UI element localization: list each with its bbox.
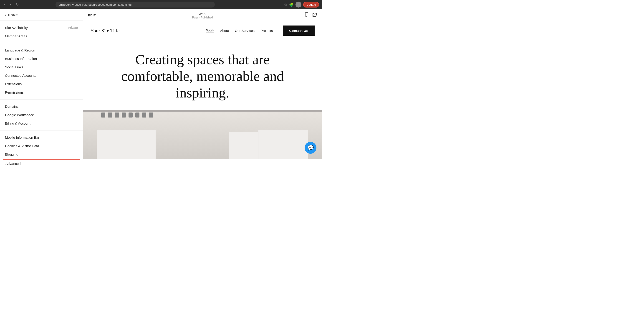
sidebar-item-label: Cookies & Visitor Data (5, 144, 39, 148)
sidebar-item-label: Extensions (5, 82, 22, 86)
sidebar-section-1: Site Availability Private Member Areas (0, 21, 83, 43)
sidebar-home[interactable]: ‹ HOME (0, 9, 83, 21)
back-arrow-icon: ‹ (5, 13, 6, 17)
bookmark-icon[interactable]: ☆ (284, 3, 287, 7)
sidebar-item-label: Mobile Information Bar (5, 135, 39, 139)
curtain-hook (149, 112, 153, 117)
forward-button[interactable]: › (8, 2, 12, 7)
curtain-hook (128, 112, 132, 117)
back-button[interactable]: ‹ (3, 2, 6, 7)
hero-title: Creating spaces that are comfortable, me… (120, 51, 284, 101)
website-nav-links: Work About Our Services Projects Contact… (206, 26, 314, 36)
sidebar-item-google-workspace[interactable]: Google Workspace (0, 111, 83, 119)
svg-line-2 (314, 13, 316, 16)
curtain-hook (108, 112, 112, 117)
sidebar-section-4: Mobile Information Bar Cookies & Visitor… (0, 130, 83, 165)
nav-link-work[interactable]: Work (206, 28, 214, 33)
site-availability-value: Private (68, 26, 78, 30)
blind-panel-right (258, 130, 308, 159)
sidebar-item-blogging[interactable]: Blogging (0, 150, 83, 158)
address-bar[interactable] (56, 2, 215, 8)
curtain-hook (142, 112, 146, 117)
sidebar-item-domains[interactable]: Domains (0, 102, 83, 111)
reload-button[interactable]: ↻ (14, 2, 20, 7)
blind-panel-left (97, 130, 156, 159)
chat-icon: 💬 (308, 145, 314, 151)
curtain-hook (115, 112, 119, 117)
website-logo: Your Site Title (90, 28, 206, 34)
sidebar-item-mobile-information-bar[interactable]: Mobile Information Bar (0, 133, 83, 142)
contact-us-button[interactable]: Contact Us (283, 26, 314, 36)
sidebar-item-label: Business Information (5, 57, 37, 61)
mobile-view-button[interactable] (304, 12, 309, 19)
home-label: HOME (8, 14, 18, 17)
website-hero: Creating spaces that are comfortable, me… (83, 39, 322, 110)
sidebar-item-label: Advanced (6, 162, 21, 165)
sidebar-item-extensions[interactable]: Extensions (0, 80, 83, 88)
sidebar-item-billing-account[interactable]: Billing & Account (0, 119, 83, 127)
curtain-hook (122, 112, 126, 117)
browser-right-controls: ☆ 🧩 Update (284, 2, 319, 8)
nav-link-about[interactable]: About (220, 29, 229, 33)
website-image-section: 💬 (83, 110, 322, 159)
sidebar-item-label: Billing & Account (5, 121, 30, 125)
preview-area: EDIT Work Page · Published (83, 9, 322, 165)
sidebar-section-2: Language & Region Business Information S… (0, 43, 83, 99)
curtain-hook (135, 112, 140, 117)
sidebar-item-social-links[interactable]: Social Links (0, 63, 83, 71)
sidebar-item-connected-accounts[interactable]: Connected Accounts (0, 71, 83, 80)
edit-button[interactable]: EDIT (88, 14, 96, 17)
preview-toolbar-right (304, 12, 317, 19)
sidebar-section-3: Domains Google Workspace Billing & Accou… (0, 99, 83, 130)
sidebar-item-label: Social Links (5, 65, 23, 69)
curtain-rod (83, 110, 322, 112)
sidebar-item-site-availability[interactable]: Site Availability Private (0, 24, 83, 32)
preview-page-sub: Page · Published (192, 16, 213, 19)
sidebar-item-label: Google Workspace (5, 113, 34, 117)
preview-page-title: Work (192, 12, 213, 16)
nav-link-projects[interactable]: Projects (260, 29, 273, 33)
sidebar-item-label: Permissions (5, 90, 24, 94)
sidebar-item-advanced[interactable]: Advanced (3, 159, 80, 165)
curtain-hook (101, 112, 105, 117)
avatar (296, 2, 302, 8)
sidebar-item-label: Language & Region (5, 48, 35, 52)
curtain-visual (83, 110, 322, 159)
nav-link-our-services[interactable]: Our Services (235, 29, 254, 33)
preview-page-info: Work Page · Published (192, 12, 213, 19)
preview-toolbar: EDIT Work Page · Published (83, 9, 322, 22)
sidebar-item-cookies-visitor-data[interactable]: Cookies & Visitor Data (0, 142, 83, 150)
sidebar-item-label: Member Areas (5, 34, 27, 38)
sidebar-item-business-information[interactable]: Business Information (0, 54, 83, 63)
external-link-button[interactable] (312, 13, 317, 18)
sidebar-item-permissions[interactable]: Permissions (0, 88, 83, 97)
sidebar-item-member-areas[interactable]: Member Areas (0, 32, 83, 40)
website-nav: Your Site Title Work About Our Services … (83, 22, 322, 39)
browser-chrome: ‹ › ↻ ☆ 🧩 Update (0, 0, 322, 9)
sidebar-item-label: Site Availability (5, 26, 28, 30)
update-button[interactable]: Update (303, 2, 319, 8)
sidebar: ‹ HOME Site Availability Private Member … (0, 9, 83, 165)
extensions-icon[interactable]: 🧩 (289, 3, 294, 7)
sidebar-item-language-region[interactable]: Language & Region (0, 46, 83, 54)
sidebar-item-label: Domains (5, 105, 18, 108)
sidebar-item-label: Connected Accounts (5, 74, 36, 77)
sidebar-item-label: Blogging (5, 152, 18, 156)
website-preview: Your Site Title Work About Our Services … (83, 22, 322, 165)
main-layout: ‹ HOME Site Availability Private Member … (0, 9, 322, 165)
